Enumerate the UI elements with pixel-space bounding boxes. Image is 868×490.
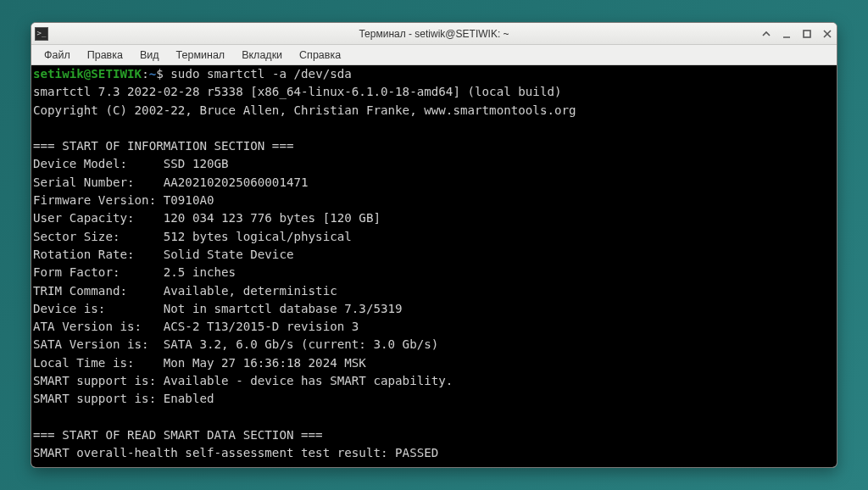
terminal-line: Copyright (C) 2002-22, Bruce Allen, Chri… <box>33 103 576 117</box>
terminal-line: Sector Size: 512 bytes logical/physical <box>33 230 352 243</box>
terminal-line: SATA Version is: SATA 3.2, 6.0 Gb/s (cur… <box>33 337 438 351</box>
terminal-line: Form Factor: 2.5 inches <box>33 265 236 279</box>
terminal-line: smartctl 7.3 2022-02-28 r5338 [x86_64-li… <box>33 85 562 98</box>
titlebar[interactable]: >_ Терминал - setiwik@SETIWIK: ~ <box>31 23 837 45</box>
terminal-line: SMART support is: Available - device has… <box>33 374 453 387</box>
window-title: Терминал - setiwik@SETIWIK: ~ <box>31 28 837 40</box>
menu-tabs[interactable]: Вкладки <box>234 47 290 63</box>
prompt-sep2: $ <box>156 67 170 81</box>
terminal-line: TRIM Command: Available, deterministic <box>33 284 337 298</box>
menu-help[interactable]: Справка <box>292 47 348 63</box>
menu-file[interactable]: Файл <box>36 47 78 63</box>
prompt-sep1: : <box>142 67 149 81</box>
terminal-viewport[interactable]: setiwik@SETIWIK:~$ sudo smartctl -a /dev… <box>31 65 837 467</box>
terminal-line: Rotation Rate: Solid State Device <box>33 248 294 261</box>
terminal-line: Device Model: SSD 120GB <box>33 157 229 170</box>
terminal-window: >_ Терминал - setiwik@SETIWIK: ~ Файл Пр… <box>31 22 837 468</box>
terminal-line: User Capacity: 120 034 123 776 bytes [12… <box>33 211 381 225</box>
terminal-line: SMART overall-health self-assessment tes… <box>33 446 438 459</box>
terminal-line: ATA Version is: ACS-2 T13/2015-D revisio… <box>33 320 359 333</box>
menu-terminal[interactable]: Терминал <box>169 47 233 63</box>
terminal-line: === START OF READ SMART DATA SECTION === <box>33 428 323 442</box>
prompt-userhost: setiwik@SETIWIK <box>33 67 142 81</box>
terminal-line: === START OF INFORMATION SECTION === <box>33 139 294 153</box>
prompt-path: ~ <box>149 67 157 81</box>
prompt-command: sudo smartctl -a /dev/sda <box>170 67 352 81</box>
menubar: Файл Правка Вид Терминал Вкладки Справка <box>31 45 837 65</box>
terminal-line: Firmware Version: T0910A0 <box>33 193 214 207</box>
menu-view[interactable]: Вид <box>132 47 167 63</box>
menu-edit[interactable]: Правка <box>80 47 131 63</box>
terminal-line: Local Time is: Mon May 27 16:36:18 2024 … <box>33 356 366 370</box>
terminal-line: SMART support is: Enabled <box>33 392 214 405</box>
terminal-line: Serial Number: AA202102025060001471 <box>33 175 309 189</box>
terminal-line: Device is: Not in smartctl database 7.3/… <box>33 302 403 315</box>
